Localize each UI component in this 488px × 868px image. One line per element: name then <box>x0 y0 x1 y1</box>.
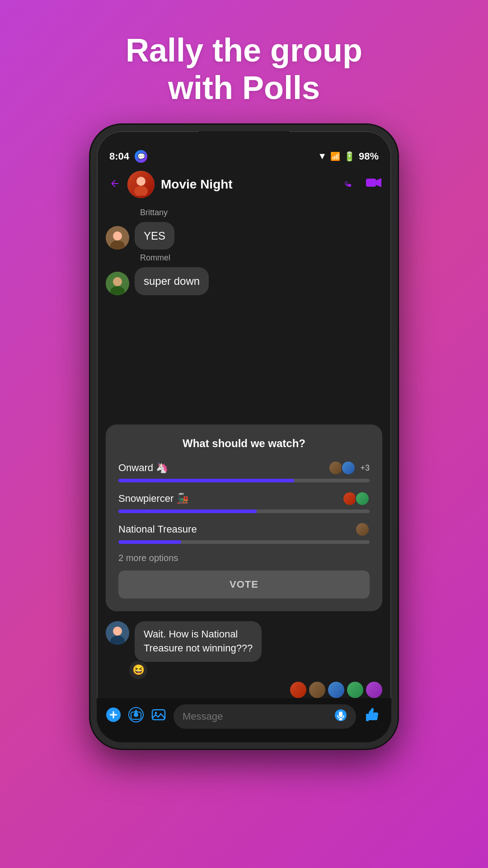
message-bubble-last: Wait. How is NationalTreasure not winnin… <box>135 621 262 662</box>
message-input-container <box>174 704 356 729</box>
svg-point-21 <box>155 712 157 714</box>
phone-frame: 8:04 💬 ▼ 📶 🔋 98% Movie Night <box>90 125 398 749</box>
vote-button[interactable]: VOTE <box>118 571 370 599</box>
poll-voters-onward: +3 <box>328 461 370 475</box>
svg-point-8 <box>113 277 122 286</box>
avatar-last-sender <box>106 621 129 645</box>
svg-point-1 <box>134 186 148 196</box>
poll-option-label-onward: Onward 🦄 <box>118 462 168 474</box>
poll-card: What should we watch? Onward 🦄 +3 Snowpi… <box>106 425 382 611</box>
message-bubble-yes: YES <box>135 222 174 250</box>
seen-avatar-1 <box>290 682 306 698</box>
image-icon[interactable] <box>151 707 166 726</box>
back-button[interactable] <box>106 172 124 196</box>
video-call-icon[interactable] <box>365 175 382 193</box>
phone-notch <box>199 131 289 144</box>
mic-icon[interactable] <box>334 709 347 724</box>
poll-question: What should we watch? <box>118 437 370 450</box>
volume-button-up <box>393 222 398 258</box>
seen-avatars-row <box>97 682 391 698</box>
volume-button-down <box>393 271 398 307</box>
poll-voters-snowpiercer <box>343 491 370 506</box>
voter-count-onward: +3 <box>360 463 370 473</box>
svg-marker-19 <box>134 709 138 712</box>
sender-label-rommel: Rommel <box>140 253 382 263</box>
poll-option-label-snowpiercer: Snowpiercer 🚂 <box>118 493 188 505</box>
poll-bar-snowpiercer <box>118 509 370 513</box>
messages-area: Brittany YES Rommel <box>97 203 391 420</box>
camera-icon[interactable] <box>128 707 144 726</box>
plus-icon[interactable] <box>106 707 121 726</box>
seen-avatar-3 <box>328 682 344 698</box>
headline-line1: Rally the group <box>126 32 362 68</box>
battery-percent: 98% <box>359 151 379 162</box>
toolbar-actions <box>342 175 382 193</box>
signal-icon: 📶 <box>330 151 340 161</box>
message-row-rommel: super down <box>106 267 382 295</box>
headline-line2: with Polls <box>168 70 320 106</box>
poll-bar-national-treasure <box>118 540 370 544</box>
svg-marker-3 <box>376 178 381 187</box>
poll-option-onward[interactable]: Onward 🦄 +3 <box>118 461 370 482</box>
time-display: 8:04 <box>109 151 129 162</box>
status-left: 8:04 💬 <box>109 150 147 163</box>
poll-option-label-national-treasure: National Treasure <box>118 524 197 535</box>
battery-icon: 🔋 <box>344 151 355 162</box>
avatar-brittany <box>106 226 129 250</box>
svg-point-17 <box>134 712 138 717</box>
svg-rect-23 <box>339 712 343 717</box>
avatar-rommel <box>106 272 129 295</box>
svg-point-5 <box>113 231 122 241</box>
message-row-brittany: YES <box>106 222 382 250</box>
poll-bar-onward <box>118 479 370 482</box>
group-name[interactable]: Movie Night <box>161 177 342 192</box>
reaction-emoji: 😆 <box>128 660 148 680</box>
page-header: Rally the group with Polls <box>126 0 362 107</box>
chat-toolbar: Movie Night <box>97 167 391 203</box>
bottom-bar <box>97 698 391 742</box>
wifi-icon: ▼ <box>318 151 327 161</box>
status-right: ▼ 📶 🔋 98% <box>318 151 379 162</box>
group-avatar <box>127 171 155 198</box>
message-input[interactable] <box>183 711 334 722</box>
seen-avatar-5 <box>366 682 382 698</box>
message-bubble-super-down: super down <box>135 267 209 295</box>
svg-rect-15 <box>113 711 114 718</box>
svg-point-11 <box>113 627 122 636</box>
poll-option-snowpiercer[interactable]: Snowpiercer 🚂 <box>118 491 370 513</box>
svg-point-0 <box>136 177 145 186</box>
thumbs-up-icon[interactable] <box>363 705 382 728</box>
messenger-notification-icon: 💬 <box>135 150 147 163</box>
svg-rect-20 <box>152 710 165 720</box>
seen-avatar-4 <box>347 682 363 698</box>
more-options-label: 2 more options <box>118 553 370 563</box>
poll-option-national-treasure[interactable]: National Treasure <box>118 522 370 544</box>
svg-rect-2 <box>366 179 376 187</box>
sender-label-brittany: Brittany <box>140 208 382 217</box>
phone-call-icon[interactable] <box>342 175 356 193</box>
poll-voters-national-treasure <box>355 522 370 537</box>
seen-avatar-2 <box>309 682 325 698</box>
